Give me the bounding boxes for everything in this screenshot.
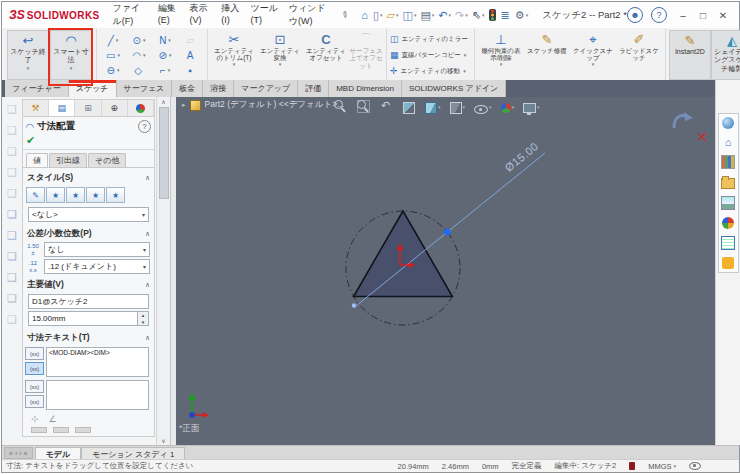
tree-item-icon[interactable]: ❑ [7, 313, 17, 326]
subtab-other[interactable]: その他 [88, 153, 126, 167]
dimtext-above-button[interactable]: (xx) [25, 380, 44, 393]
dimension-value-label[interactable]: Ø15.00 [503, 140, 541, 174]
exit-sketch-button[interactable]: ↩ スケッチ終了 ▾ [7, 30, 49, 80]
tree-item-icon[interactable]: ❑ [7, 271, 17, 284]
displaymanager-tab[interactable] [128, 100, 154, 116]
print-icon[interactable]: ▤▾ [418, 6, 436, 24]
tab-addins[interactable]: SOLIDWORKS アドイン [402, 80, 506, 97]
maximize-button[interactable]: □ [695, 10, 711, 21]
pin-menu-icon[interactable]: ✎ [338, 9, 350, 22]
menu-item[interactable]: ウィンドウ(W) [284, 2, 338, 28]
tree-item-icon[interactable]: ❏ [7, 250, 17, 263]
delete-style-button[interactable]: ★ [66, 187, 85, 203]
rectangle-tool-icon[interactable]: ▭▾ [100, 48, 126, 63]
subtab-leaders[interactable]: 引出線 [49, 153, 87, 167]
hide-show-items-icon[interactable]: ▾ [474, 102, 492, 111]
tab-evaluate[interactable]: 評価 [298, 80, 329, 97]
previous-view-icon[interactable] [380, 100, 394, 113]
configurationmanager-tab[interactable]: ⊞ [75, 100, 101, 116]
dimtext-position-button[interactable]: (xx) [25, 347, 44, 360]
dimtext-override-button[interactable]: (xx) [25, 362, 44, 375]
move-entities-button[interactable]: ✛ エンティティの移動 ▾ [390, 64, 471, 78]
open-folder-icon[interactable]: ▱▾ [385, 6, 401, 24]
rapid-sketch-button[interactable]: ✐ ラピッドスケッチ [616, 30, 662, 80]
appearances-icon[interactable] [722, 217, 734, 229]
section-view-icon[interactable] [403, 101, 416, 113]
style-dropdown[interactable]: <なし> ▾ [28, 207, 149, 222]
menu-item[interactable]: 挿入(I) [216, 2, 245, 28]
new-document-icon[interactable]: ▯▾ [371, 6, 385, 24]
redo-icon[interactable]: ↷▾ [453, 6, 470, 24]
collapse-chevron-icon[interactable]: ∧ [145, 174, 150, 182]
panel-help-icon[interactable]: ? [138, 120, 151, 133]
tree-item-icon[interactable]: ❑ [7, 145, 17, 158]
dimension-favorite-icon[interactable]: ⊹ [31, 414, 39, 424]
dimxpertmanager-tab[interactable]: ⊕ [102, 100, 128, 116]
subtab-value[interactable]: 値 [26, 153, 48, 167]
circle-tool-icon[interactable]: ⊙▾ [126, 33, 152, 48]
offset-entities-button[interactable]: C エンティティオフセット [303, 30, 349, 80]
select-cursor-icon[interactable]: ⇖▾ [470, 6, 487, 24]
tab-scroll-arrow[interactable]: » [24, 450, 28, 457]
polygon-tool-icon[interactable]: ◇ [126, 63, 152, 78]
scrollbar-thumb[interactable] [159, 107, 169, 199]
arc-tool-icon[interactable]: ◠▾ [126, 48, 152, 63]
precision-dropdown[interactable]: .12 (ドキュメント) ▾ [44, 259, 150, 274]
tab-mbd-dimension[interactable]: MBD Dimension [329, 80, 402, 97]
cancel-sketch-icon[interactable]: ✕ [696, 129, 708, 145]
view-orientation-icon[interactable]: ▾ [425, 101, 441, 113]
tab-scroll-arrow[interactable]: « [9, 450, 13, 457]
dimension-value-field[interactable]: 15.00mm [28, 311, 137, 326]
tab-weldments[interactable]: 溶接 [203, 80, 234, 97]
plane-tool-icon[interactable]: ▱ [178, 33, 204, 48]
option-bar[interactable] [75, 427, 91, 433]
tab-features[interactable]: フィーチャー [5, 80, 69, 97]
add-style-button[interactable]: ★ [46, 187, 65, 203]
ok-checkmark-button[interactable]: ✔ [23, 134, 154, 150]
display-style-icon[interactable]: ▾ [450, 101, 466, 113]
tree-item-icon[interactable]: ❑ [7, 187, 17, 200]
option-bar[interactable] [53, 427, 69, 433]
tab-sheet-metal[interactable]: 板金 [172, 80, 203, 97]
surface-offset-button[interactable]: ⌒ サーフェス上でオフセット [349, 30, 383, 80]
rebuild-traffic-light-icon[interactable] [487, 6, 499, 24]
undo-icon[interactable]: ↶▾ [436, 6, 453, 24]
design-library-icon[interactable] [721, 155, 735, 169]
menu-item[interactable]: 編集(E) [153, 2, 185, 28]
view-settings-icon[interactable]: ▾ [523, 102, 540, 112]
mirror-entities-button[interactable]: ◫ エンティティのミラー [390, 32, 471, 46]
dimension-endpoint[interactable] [352, 303, 356, 307]
tree-item-icon[interactable]: ❏ [7, 292, 17, 305]
dimension-text-area[interactable]: <MOD-DIAM><DIM> [46, 347, 149, 377]
tab-scroll-arrow[interactable]: ‹ [15, 450, 17, 457]
smart-dimension-button[interactable]: ◠ スマート寸法 ▾ [50, 30, 92, 80]
tree-item-icon[interactable]: ❑ [7, 103, 17, 116]
slot-tool-icon[interactable]: ⊖▾ [100, 63, 126, 78]
custom-properties-icon[interactable] [721, 236, 735, 250]
dimension-name-field[interactable]: D1@スケッチ2 [28, 294, 149, 309]
options-gear-icon[interactable]: ⚙▾ [513, 6, 530, 24]
zoom-fit-icon[interactable] [334, 100, 348, 113]
quick-snaps-button[interactable]: ⌖ クイックスナップ ▾ [570, 30, 616, 80]
selected-dimension-point[interactable] [444, 229, 451, 236]
menu-item[interactable]: 表示(V) [185, 2, 217, 28]
menu-item[interactable]: ツール(T) [246, 2, 284, 28]
shaded-sketch-contours-button[interactable]: ◭ シェイディングスケッチ輪郭 [711, 30, 740, 80]
scroll-up-icon[interactable]: ∧ [157, 98, 170, 105]
tree-item-icon[interactable]: ❑ [7, 166, 17, 179]
linear-pattern-button[interactable]: ▦ 直線パターンコピー ▾ [390, 48, 471, 62]
help-icon[interactable]: ? [651, 7, 667, 23]
minimize-button[interactable]: – [675, 10, 691, 21]
edit-appearance-icon[interactable]: ▾ [501, 102, 515, 112]
point-tool-icon[interactable]: ▪ [178, 63, 204, 78]
spline-tool-icon[interactable]: N▾ [152, 33, 178, 48]
tab-scroll-arrow[interactable]: › [19, 450, 21, 457]
collapse-chevron-icon[interactable]: ∧ [145, 230, 150, 238]
close-button[interactable]: ✕ [715, 10, 731, 21]
tree-item-icon[interactable]: ❑ [7, 229, 17, 242]
solidworks-resources-icon[interactable] [722, 117, 734, 129]
propertymanager-tab[interactable]: ▤ [49, 100, 75, 116]
convert-entities-button[interactable]: ⊡ エンティティ変換 ▾ [257, 30, 303, 80]
home-icon[interactable]: ⌂ [359, 6, 371, 24]
repair-sketch-button[interactable]: ✎ スケッチ修復 [524, 30, 570, 80]
